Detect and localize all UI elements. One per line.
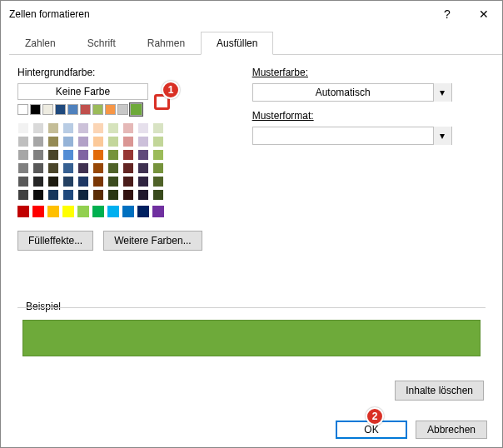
color-swatch[interactable] (107, 206, 119, 217)
color-swatch[interactable] (152, 122, 164, 134)
color-swatch[interactable] (92, 149, 104, 161)
color-swatch[interactable] (62, 162, 74, 174)
color-swatch[interactable] (32, 176, 44, 187)
color-swatch[interactable] (152, 162, 164, 174)
color-swatch[interactable] (80, 104, 91, 115)
color-swatch[interactable] (32, 136, 44, 147)
color-swatch[interactable] (107, 189, 119, 201)
color-swatch[interactable] (137, 122, 149, 134)
color-swatch[interactable] (137, 162, 149, 174)
color-swatch[interactable] (62, 189, 74, 201)
color-swatch[interactable] (77, 176, 89, 187)
annotation-callout-1: 1 (162, 81, 180, 99)
color-swatch[interactable] (17, 149, 29, 161)
pattern-color-select[interactable]: Automatisch ▾ (252, 83, 452, 102)
color-swatch[interactable] (137, 206, 149, 217)
color-swatch[interactable] (77, 189, 89, 201)
color-swatch[interactable] (17, 136, 29, 147)
no-color-label: Keine Farbe (56, 86, 110, 97)
color-swatch[interactable] (62, 206, 74, 217)
cancel-button[interactable]: Abbrechen (416, 421, 487, 439)
color-swatch[interactable] (107, 136, 119, 147)
tab-ausfuellen[interactable]: Ausfüllen (201, 32, 273, 55)
color-swatch[interactable] (17, 122, 29, 134)
color-swatch[interactable] (77, 122, 89, 134)
color-swatch[interactable] (152, 206, 164, 217)
color-swatch[interactable] (137, 136, 149, 147)
color-swatch[interactable] (137, 176, 149, 187)
color-swatch[interactable] (47, 162, 59, 174)
color-swatch[interactable] (32, 189, 44, 201)
close-icon[interactable]: ✕ (466, 2, 502, 27)
color-swatch[interactable] (30, 104, 41, 115)
color-swatch[interactable] (152, 189, 164, 201)
color-swatch[interactable] (92, 104, 103, 115)
color-swatch[interactable] (55, 104, 66, 115)
color-swatch[interactable] (62, 136, 74, 147)
color-swatch[interactable] (62, 122, 74, 134)
more-colors-button[interactable]: Weitere Farben... (103, 231, 202, 251)
pattern-color-label: Musterfarbe: (252, 67, 452, 78)
color-swatch[interactable] (47, 136, 59, 147)
color-swatch[interactable] (122, 206, 134, 217)
color-swatch[interactable] (77, 136, 89, 147)
color-swatch[interactable] (47, 189, 59, 201)
pattern-style-select[interactable]: ▾ (252, 127, 452, 145)
color-swatch[interactable] (152, 136, 164, 147)
color-swatch[interactable] (122, 122, 134, 134)
color-swatch[interactable] (107, 176, 119, 187)
fill-effects-button[interactable]: Fülleffekte... (17, 231, 93, 251)
tab-schrift[interactable]: Schrift (72, 32, 132, 55)
color-swatch[interactable] (107, 149, 119, 161)
color-swatch[interactable] (117, 104, 128, 115)
color-swatch[interactable] (92, 189, 104, 201)
color-swatch[interactable] (92, 176, 104, 187)
clear-contents-button[interactable]: Inhalte löschen (395, 381, 484, 401)
color-swatch[interactable] (122, 149, 134, 161)
no-color-button[interactable]: Keine Farbe (17, 83, 148, 100)
color-swatch[interactable] (137, 189, 149, 201)
color-swatch[interactable] (47, 176, 59, 187)
color-swatch[interactable] (32, 122, 44, 134)
color-swatch[interactable] (77, 206, 89, 217)
right-column: Musterfarbe: Automatisch ▾ Musterformat:… (252, 67, 452, 251)
color-swatch[interactable] (17, 206, 29, 217)
color-row-main (17, 103, 202, 116)
color-swatch[interactable] (62, 149, 74, 161)
color-swatch[interactable] (47, 206, 59, 217)
color-swatch[interactable] (122, 136, 134, 147)
color-swatch[interactable] (122, 162, 134, 174)
color-swatch[interactable] (105, 104, 116, 115)
color-swatch[interactable] (152, 149, 164, 161)
example-box (17, 307, 486, 363)
color-swatch[interactable] (137, 149, 149, 161)
tab-rahmen[interactable]: Rahmen (132, 32, 201, 55)
color-swatch[interactable] (107, 162, 119, 174)
color-swatch[interactable] (42, 104, 53, 115)
color-swatch[interactable] (152, 176, 164, 187)
color-swatch[interactable] (92, 162, 104, 174)
color-swatch[interactable] (32, 162, 44, 174)
color-swatch[interactable] (62, 176, 74, 187)
color-swatch[interactable] (47, 122, 59, 134)
color-swatch[interactable] (32, 206, 44, 217)
color-swatch[interactable] (122, 176, 134, 187)
help-icon[interactable]: ? (429, 2, 466, 27)
color-swatch[interactable] (92, 136, 104, 147)
pattern-color-value: Automatisch (253, 87, 433, 98)
color-swatch[interactable] (67, 104, 78, 115)
color-swatch[interactable] (17, 104, 28, 115)
color-swatch[interactable] (77, 162, 89, 174)
color-swatch[interactable] (92, 206, 104, 217)
color-swatch[interactable] (107, 122, 119, 134)
color-swatch[interactable] (122, 189, 134, 201)
color-swatch[interactable] (130, 103, 142, 116)
color-swatch[interactable] (92, 122, 104, 134)
color-swatch[interactable] (77, 149, 89, 161)
color-swatch[interactable] (32, 149, 44, 161)
color-swatch[interactable] (17, 176, 29, 187)
color-swatch[interactable] (47, 149, 59, 161)
color-swatch[interactable] (17, 189, 29, 201)
tab-zahlen[interactable]: Zahlen (9, 32, 72, 55)
color-swatch[interactable] (17, 162, 29, 174)
